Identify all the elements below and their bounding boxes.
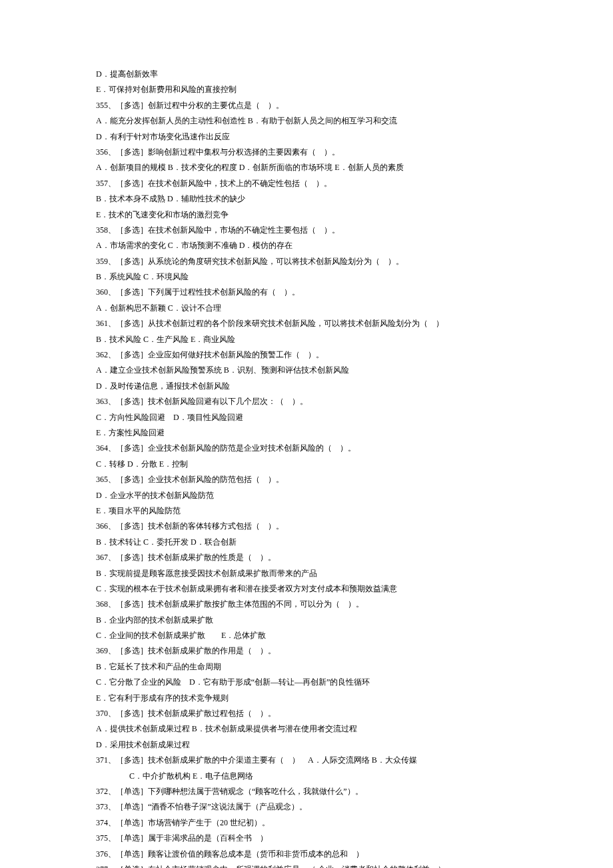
- text-line: E．技术的飞速变化和市场的激烈竞争: [0, 207, 613, 223]
- text-line: A．市场需求的变化 C．市场预测不准确 D．模仿的存在: [0, 238, 613, 253]
- text-line: 363、［多选］技术创新风险回避有以下几个层次：（ ）。: [0, 394, 613, 409]
- text-line: E．它有利于形成有序的技术竞争规则: [0, 691, 613, 706]
- text-line: 377、［单选］在社会市场营销观念中，所强调的利益应是，（ 企业、消费者和社会的…: [0, 862, 613, 868]
- text-line: 358、［多选］在技术创新风险中，市场的不确定性主要包括（ ）。: [0, 223, 613, 238]
- text-line: C．中介扩散机构 E．电子信息网络: [0, 769, 613, 784]
- text-line: A．创新项目的规模 B．技术变化的程度 D．创新所面临的市场环境 E．创新人员的…: [0, 160, 613, 175]
- text-line: D．及时传递信息，通报技术创新风险: [0, 379, 613, 394]
- text-line: B．企业内部的技术创新成果扩散: [0, 613, 613, 628]
- text-line: 360、［多选］下列属于过程性技术创新风险的有（ ）。: [0, 285, 613, 300]
- text-line: 359、［多选］从系统论的角度研究技术创新风险，可以将技术创新风险划分为（ ）。: [0, 254, 613, 269]
- text-line: B．技术风险 C．生产风险 E．商业风险: [0, 332, 613, 347]
- text-line: B．实现前提是顾客愿意接受因技术创新成果扩散而带来的产品: [0, 566, 613, 581]
- text-line: A．建立企业技术创新风险预警系统 B．识别、预测和评估技术创新风险: [0, 363, 613, 378]
- text-line: A．提供技术创新成果过程 B．技术创新成果提供者与潜在使用者交流过程: [0, 721, 613, 737]
- text-line: 357、［多选］在技术创新风险中，技术上的不确定性包括（ ）。: [0, 176, 613, 191]
- text-line: E．可保持对创新费用和风险的直接控制: [0, 82, 613, 97]
- text-line: 373、［单选］“酒香不怕巷子深”这说法属于（产品观念）。: [0, 799, 613, 815]
- text-line: B．它延长了技术和产品的生命周期: [0, 659, 613, 675]
- text-line: C．企业间的技术创新成果扩散 E．总体扩散: [0, 628, 613, 643]
- text-line: 355、［多选］创新过程中分权的主要优点是（ ）。: [0, 98, 613, 113]
- text-line: B．技术本身不成熟 D．辅助性技术的缺少: [0, 191, 613, 207]
- text-line: 366、［多选］技术创新的客体转移方式包括（ ）。: [0, 519, 613, 534]
- text-line: 375、［单选］属于非渴求品的是（百科全书 ）: [0, 831, 613, 846]
- text-line: 374、［单选］市场营销学产生于（20 世纪初）。: [0, 815, 613, 831]
- text-line: 371、［多选］技术创新成果扩散的中介渠道主要有（ ） A．人际交流网络 B．大…: [0, 753, 613, 768]
- text-line: 356、［多选］影响创新过程中集权与分权选择的主要因素有（ ）。: [0, 145, 613, 160]
- text-line: C．转移 D．分散 E．控制: [0, 457, 613, 472]
- text-line: 361、［多选］从技术创新过程的各个阶段来研究技术创新风险，可以将技术创新风险划…: [0, 316, 613, 331]
- text-line: D．提高创新效率: [0, 67, 613, 82]
- text-line: 376、［单选］顾客让渡价值的顾客总成本是（货币和非货币成本的总和 ）: [0, 847, 613, 862]
- text-line: C．它分散了企业的风险 D．它有助于形成“创新—转让—再创新”的良性循环: [0, 675, 613, 690]
- text-line: A．能充分发挥创新人员的主动性和创造性 B．有助于创新人员之间的相互学习和交流: [0, 113, 613, 129]
- text-line: 367、［多选］技术创新成果扩散的性质是（ ）。: [0, 550, 613, 565]
- text-line: E．方案性风险回避: [0, 425, 613, 441]
- text-line: C．实现的根本在于技术创新成果拥有者和潜在接受者双方对支付成本和预期效益满意: [0, 581, 613, 597]
- text-line: C．方向性风险回避 D．项目性风险回避: [0, 410, 613, 425]
- text-line: 370、［多选］技术创新成果扩散过程包括（ ）。: [0, 706, 613, 721]
- text-line: B．系统风险 C．环境风险: [0, 269, 613, 285]
- text-line: D．企业水平的技术创新风险防范: [0, 488, 613, 503]
- text-line: E．项目水平的风险防范: [0, 503, 613, 519]
- text-line: 369、［多选］技术创新成果扩散的作用是（ ）。: [0, 643, 613, 659]
- text-line: D．采用技术创新成果过程: [0, 737, 613, 753]
- text-line: 364、［多选］企业技术创新风险的防范是企业对技术创新风险的（ ）。: [0, 441, 613, 456]
- text-line: B．技术转让 C．委托开发 D．联合创新: [0, 535, 613, 550]
- document-page: D．提高创新效率E．可保持对创新费用和风险的直接控制355、［多选］创新过程中分…: [0, 0, 613, 868]
- text-line: D．有利于针对市场变化迅速作出反应: [0, 129, 613, 145]
- text-line: 365、［多选］企业技术创新风险的防范包括（ ）。: [0, 472, 613, 487]
- text-line: 368、［多选］技术创新成果扩散按扩散主体范围的不同，可以分为（ ）。: [0, 597, 613, 612]
- text-line: 372、［单选］下列哪种想法属于营销观念（“顾客吃什么，我就做什么”）。: [0, 784, 613, 799]
- text-line: 362、［多选］企业应如何做好技术创新风险的预警工作（ ）。: [0, 347, 613, 363]
- text-line: A．创新构思不新颖 C．设计不合理: [0, 301, 613, 316]
